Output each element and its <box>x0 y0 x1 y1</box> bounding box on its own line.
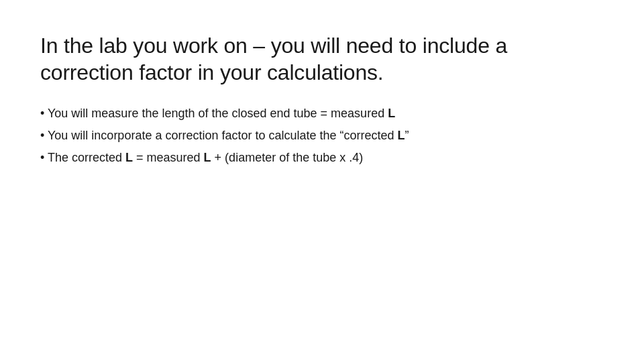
bullet-2-prefix: You will incorporate a correction factor… <box>48 129 398 142</box>
bullet-3-bold1: L <box>125 151 133 164</box>
bullet-3-mid: = measured <box>133 151 204 164</box>
bullet-item-1: • You will measure the length of the clo… <box>40 105 604 123</box>
bullet-list: • You will measure the length of the clo… <box>40 105 604 167</box>
bullet-1-bold: L <box>388 107 395 120</box>
slide: In the lab you work on – you will need t… <box>0 0 644 362</box>
bullet-3-suffix: + (diameter of the tube x .4) <box>211 151 364 164</box>
bullet-1-text: • You will measure the length of the clo… <box>40 105 604 123</box>
bullet-item-2: • You will incorporate a correction fact… <box>40 127 604 145</box>
bullet-3-text: • The corrected L = measured L + (diamet… <box>40 149 604 167</box>
bullet-3-pre: The corrected <box>48 151 125 164</box>
bullet-2-suffix: ” <box>405 129 409 142</box>
bullet-item-3: • The corrected L = measured L + (diamet… <box>40 149 604 167</box>
bullet-1-prefix: You will measure the length of the close… <box>48 107 388 120</box>
slide-heading: In the lab you work on – you will need t… <box>40 32 604 86</box>
bullet-2-text: • You will incorporate a correction fact… <box>40 127 604 145</box>
bullet-2-bold: L <box>398 129 405 142</box>
bullet-3-bold2: L <box>204 151 211 164</box>
